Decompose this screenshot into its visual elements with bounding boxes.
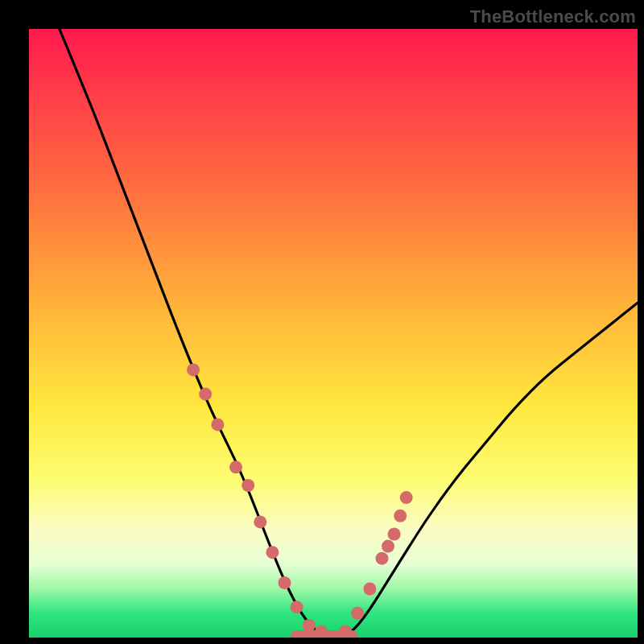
- marker-flat-strip: [291, 630, 357, 638]
- marker-point: [279, 576, 291, 589]
- marker-point: [229, 460, 242, 473]
- marker-point: [242, 479, 254, 492]
- bottleneck-curve-path: [60, 29, 638, 638]
- marker-point: [291, 601, 303, 613]
- chart-svg: [29, 29, 638, 638]
- marker-point: [376, 552, 389, 565]
- marker-point: [388, 528, 401, 541]
- chart-frame: TheBottleneck.com: [0, 0, 644, 644]
- watermark-text: TheBottleneck.com: [470, 6, 636, 27]
- marker-point: [303, 619, 316, 632]
- marker-point: [254, 515, 266, 528]
- marker-point: [351, 607, 364, 620]
- marker-point: [400, 491, 413, 504]
- marker-point: [211, 418, 224, 431]
- marker-point: [394, 510, 407, 522]
- marker-point: [199, 388, 212, 401]
- marker-point: [266, 546, 279, 559]
- marker-point: [382, 540, 394, 553]
- plot-area: [29, 29, 638, 638]
- marker-point: [363, 583, 376, 596]
- marker-point: [187, 363, 200, 376]
